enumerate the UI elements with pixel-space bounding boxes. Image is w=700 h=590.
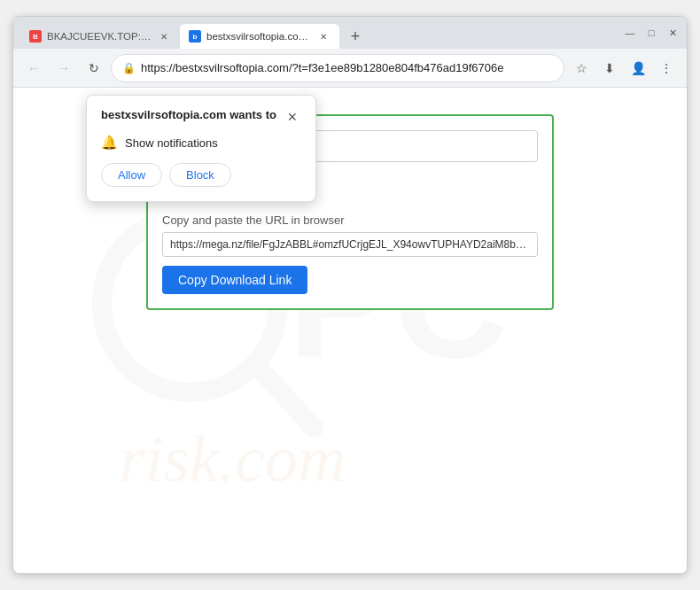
tab-1-favicon: B <box>29 30 42 43</box>
allow-button[interactable]: Allow <box>101 163 162 187</box>
page-content: PC risk.com bestxsvilrsoftopia.com wants… <box>13 88 687 573</box>
popup-title: bestxsvilrsoftopia.com wants to <box>101 108 284 123</box>
tab-1-label: BKAJCUEEVK.TOP: Crypto Casi... <box>47 31 152 42</box>
bookmark-button[interactable]: ☆ <box>568 55 595 82</box>
new-tab-button[interactable]: + <box>343 24 368 49</box>
maximize-button[interactable]: □ <box>644 26 658 40</box>
nav-right-buttons: ☆ ⬇ 👤 ⋮ <box>568 55 680 82</box>
browser-window: B BKAJCUEEVK.TOP: Crypto Casi... ✕ b bes… <box>12 16 688 574</box>
popup-close-button[interactable]: ✕ <box>284 108 301 126</box>
reload-button[interactable]: ↻ <box>81 55 107 82</box>
title-bar: B BKAJCUEEVK.TOP: Crypto Casi... ✕ b bes… <box>13 17 687 49</box>
bell-icon: 🔔 <box>101 135 118 151</box>
url-section-label: Copy and paste the URL in browser <box>162 213 538 227</box>
download-button[interactable]: ⬇ <box>596 55 623 82</box>
tab-1-close[interactable]: ✕ <box>157 29 171 43</box>
copy-download-link-button[interactable]: Copy Download Link <box>162 266 307 294</box>
tab-2-favicon: b <box>189 30 201 43</box>
menu-button[interactable]: ⋮ <box>653 55 680 82</box>
window-controls: — □ ✕ <box>623 26 680 40</box>
profile-button[interactable]: 👤 <box>625 55 651 82</box>
tab-1[interactable]: B BKAJCUEEVK.TOP: Crypto Casi... ✕ <box>20 24 180 49</box>
back-button[interactable]: ← <box>20 55 47 82</box>
tab-2-label: bestxsvilrsoftopia.com/?t=f3e1... <box>206 31 311 42</box>
minimize-button[interactable]: — <box>623 26 637 40</box>
notification-popup: bestxsvilrsoftopia.com wants to ✕ 🔔 Show… <box>86 95 316 202</box>
address-bar-wrap: 🔒 https://bestxsvilrsoftopia.com/?t=f3e1… <box>111 54 564 82</box>
popup-notification-row: 🔔 Show notifications <box>101 135 301 151</box>
url-input[interactable]: https://mega.nz/file/FgJzABBL#omzfUCrjgE… <box>162 232 538 257</box>
close-button[interactable]: ✕ <box>665 26 680 40</box>
popup-buttons: Allow Block <box>101 163 301 187</box>
forward-button[interactable]: → <box>51 55 77 82</box>
nav-bar: ← → ↻ 🔒 https://bestxsvilrsoftopia.com/?… <box>13 49 687 88</box>
block-button[interactable]: Block <box>169 163 231 187</box>
lock-icon: 🔒 <box>122 62 136 74</box>
notification-label: Show notifications <box>125 136 218 150</box>
tab-2[interactable]: b bestxsvilrsoftopia.com/?t=f3e1... ✕ <box>180 24 339 49</box>
tab-2-close[interactable]: ✕ <box>316 29 331 43</box>
address-text[interactable]: https://bestxsvilrsoftopia.com/?t=f3e1ee… <box>141 61 553 74</box>
popup-header: bestxsvilrsoftopia.com wants to ✕ <box>101 108 301 126</box>
tabs-area: B BKAJCUEEVK.TOP: Crypto Casi... ✕ b bes… <box>20 17 623 49</box>
